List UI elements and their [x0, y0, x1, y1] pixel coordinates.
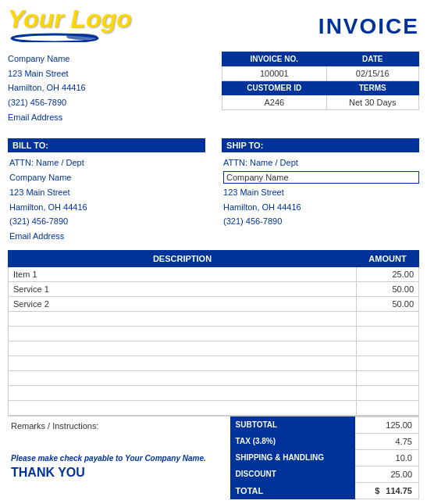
svg-point-1	[66, 34, 98, 40]
date-header: DATE	[326, 52, 419, 66]
bill-city: Hamilton, OH 44416	[9, 200, 205, 215]
discount-value: 25.00	[355, 466, 419, 482]
customer-id-header: CUSTOMER ID	[222, 81, 326, 95]
sender-info: Company Name 123 Main Street Hamilton, O…	[8, 52, 205, 124]
item-amount: 50.00	[357, 281, 419, 296]
shipping-value: 10.0	[355, 449, 419, 466]
footer-section: Remarks / Instructions: Please make chec…	[8, 416, 419, 499]
item-amount: 25.00	[357, 266, 419, 281]
subtotal-value: 125.00	[355, 416, 419, 433]
payment-note: Please make check payable to Your Compan…	[11, 454, 219, 463]
bill-to-block: BILL TO: ATTN: Name / Dept Company Name …	[8, 138, 205, 243]
remarks-block: Remarks / Instructions: Please make chec…	[8, 416, 222, 484]
terms-value: Net 30 Days	[326, 95, 419, 110]
bill-street: 123 Main Street	[9, 185, 205, 200]
total-dollar-sign: $	[375, 486, 379, 495]
table-row: Service 150.00	[9, 281, 419, 296]
table-row-empty	[9, 400, 419, 415]
ship-company-input[interactable]	[223, 171, 419, 184]
customer-id-value: A246	[222, 95, 326, 110]
subtotal-label: SUBTOTAL	[230, 416, 355, 433]
sender-phone: (321) 456-7890	[8, 95, 205, 110]
desc-column-header: DESCRIPTION	[9, 250, 357, 266]
table-row-empty	[9, 341, 419, 356]
sender-email: Email Address	[8, 110, 205, 125]
totals-table: SUBTOTAL 125.00 TAX (3.8%) 4.75 SHIPPING…	[230, 416, 419, 499]
table-row: Service 250.00	[9, 296, 419, 311]
ship-to-address: ATTN: Name / Dept 123 Main Street Hamilt…	[222, 155, 419, 228]
table-row-empty	[9, 311, 419, 326]
bill-attn: ATTN: Name / Dept	[9, 155, 205, 170]
discount-label: DISCOUNT	[230, 466, 355, 482]
total-value: $114.75	[355, 482, 419, 499]
totals-block: SUBTOTAL 125.00 TAX (3.8%) 4.75 SHIPPING…	[230, 416, 419, 499]
shipping-label: SHIPPING & HANDLING	[230, 449, 355, 466]
item-description: Service 2	[9, 296, 357, 311]
bill-to-header: BILL TO:	[8, 138, 205, 152]
invoice-no-header: INVOICE NO.	[222, 52, 326, 66]
logo-swoosh-icon	[8, 33, 101, 42]
thank-you-text: THANK YOU	[11, 466, 219, 480]
logo-area: Your Logo	[8, 6, 164, 44]
table-row: Item 125.00	[9, 266, 419, 281]
bill-ship-section: BILL TO: ATTN: Name / Dept Company Name …	[8, 138, 419, 243]
header: Your Logo INVOICE	[8, 6, 419, 44]
sender-block: Company Name 123 Main Street Hamilton, O…	[8, 52, 205, 132]
table-row-empty	[9, 370, 419, 385]
date-value: 02/15/16	[326, 66, 419, 81]
total-label: TOTAL	[230, 482, 355, 499]
ship-to-block: SHIP TO: ATTN: Name / Dept 123 Main Stre…	[222, 138, 419, 243]
sender-city: Hamilton, OH 44416	[8, 80, 205, 95]
tax-label: TAX (3.8%)	[230, 433, 355, 449]
ship-street: 123 Main Street	[223, 185, 419, 200]
item-description: Item 1	[9, 266, 357, 281]
meta-table: INVOICE NO. DATE 100001 02/15/16 CUSTOME…	[222, 52, 419, 110]
sender-company: Company Name	[8, 52, 205, 66]
item-description: Service 1	[9, 281, 357, 296]
amount-column-header: AMOUNT	[357, 250, 419, 266]
table-row-empty	[9, 356, 419, 370]
logo-text: Your Logo	[8, 6, 164, 31]
invoice-title: INVOICE	[318, 6, 419, 39]
invoice-page: Your Logo INVOICE Company Name 123 Main …	[0, 0, 427, 504]
remarks-label: Remarks / Instructions:	[11, 421, 219, 431]
invoice-meta: INVOICE NO. DATE 100001 02/15/16 CUSTOME…	[222, 52, 419, 132]
table-row-empty	[9, 326, 419, 341]
sender-street: 123 Main Street	[8, 66, 205, 81]
bill-to-address: ATTN: Name / Dept Company Name 123 Main …	[8, 155, 205, 243]
table-row-empty	[9, 385, 419, 400]
items-table: DESCRIPTION AMOUNT Item 125.00Service 15…	[8, 250, 419, 416]
item-amount: 50.00	[357, 296, 419, 311]
tax-value: 4.75	[355, 433, 419, 449]
bill-company: Company Name	[9, 170, 205, 185]
info-section: Company Name 123 Main Street Hamilton, O…	[8, 52, 419, 132]
ship-phone: (321) 456-7890	[223, 214, 419, 229]
bill-phone: (321) 456-7890	[9, 214, 205, 229]
invoice-no-value: 100001	[222, 66, 326, 81]
ship-city: Hamilton, OH 44416	[223, 200, 419, 215]
bill-email: Email Address	[9, 229, 205, 244]
terms-header: TERMS	[326, 81, 419, 95]
ship-to-header: SHIP TO:	[222, 138, 419, 152]
ship-attn: ATTN: Name / Dept	[223, 155, 419, 170]
